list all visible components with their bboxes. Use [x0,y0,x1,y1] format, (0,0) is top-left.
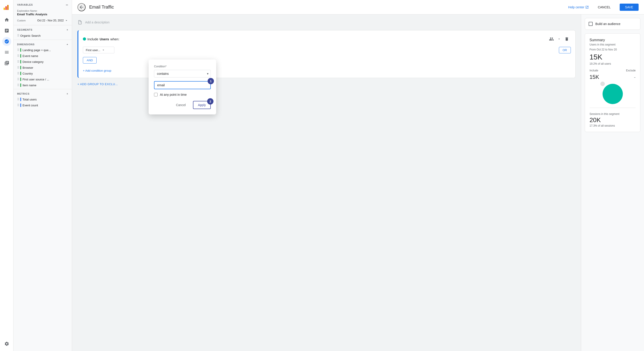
metrics-header: METRICS + [14,90,72,96]
drag-handle: ⠿ [17,48,19,52]
delete-condition-group-btn[interactable] [563,35,571,43]
include-users-strong: Users [100,37,109,41]
or-button[interactable]: OR [559,47,571,53]
save-button[interactable]: SAVE [620,4,638,11]
main-content: Email Traffic Help center CANCEL SAVE Ad… [72,0,644,351]
dim-color-indicator [20,60,21,64]
exploration-name-label: Exploration Name: [14,9,72,13]
add-dimension-btn[interactable]: + [67,43,68,46]
metric-label: Total users [22,98,37,101]
at-any-time-checkbox[interactable] [154,93,158,96]
drag-handle: ⠿ [17,66,19,69]
svg-rect-0 [4,8,5,10]
segment-builder: Add a description Include Users when: [72,15,581,351]
dimension-label: First user source / ... [22,78,49,81]
segment-item-label: Organic Search [20,34,40,37]
dimension-item-browser[interactable]: ⠿ Browser [14,65,72,71]
include-circle [602,84,623,104]
dimension-item-device-category[interactable]: ⠿ Device category [14,59,72,65]
popup-dialog: Condition* contains equals starts with e… [148,60,216,114]
date-range-row: Custom Oct 22 - Nov 20, 2022 [14,18,72,24]
filter-dimension-select[interactable]: First user... [83,47,114,53]
nav-item-home[interactable] [2,15,11,24]
condition-select[interactable]: contains equals starts with ends with [154,70,211,78]
nav-item-advertising[interactable] [2,48,11,57]
variables-title: Variables [17,4,33,6]
metric-item-event-count[interactable]: ⠿ Event count [14,102,72,108]
dim-color-indicator [20,48,21,52]
svg-rect-2 [7,5,8,10]
dim-color-indicator [20,54,21,58]
add-user-scope-btn[interactable] [548,35,556,43]
dimension-label: Item name [22,84,36,87]
nav-item-explore[interactable] [2,37,11,46]
exclude-label: Exclude [626,69,636,72]
sessions-count: 20K [590,117,636,124]
dimension-label: Country [22,72,33,75]
dimension-item-event-name[interactable]: ⠿ Event name [14,53,72,59]
metric-item-total-users[interactable]: ⠿ Total users [14,96,72,102]
add-metric-btn[interactable]: + [67,92,68,95]
condition-label: Condition* [154,65,211,68]
metric-color-indicator [20,103,21,107]
popup-cancel-button[interactable]: Cancel [171,101,190,109]
include-text-after: when: [110,37,119,41]
drag-handle: ⠿ [17,78,19,81]
nav-item-reports[interactable] [2,26,11,35]
include-value: 15K [590,74,599,80]
dimension-item-first-user-source[interactable]: ⠿ First user source / ... [14,76,72,82]
dimension-item-country[interactable]: ⠿ Country [14,71,72,76]
drag-handle: ⠿ [17,98,19,101]
popup-actions: Cancel Apply 2 [154,101,211,109]
date-range-value[interactable]: Oct 22 - Nov 20, 2022 [38,19,68,22]
popup-input-wrapper: 1 [154,81,211,89]
build-audience-label: Build an audience [595,22,620,26]
dimension-item-landing-page[interactable]: ⠿ Landing page + que... [14,47,72,53]
dimensions-title: DIMENSIONS [17,43,35,46]
sessions-divider [590,108,636,111]
nav-item-configure[interactable] [2,59,11,68]
dimension-label: Event name [22,54,38,58]
nav-rail [0,0,14,351]
include-label: Include Users when: [83,37,119,41]
condition-value-input[interactable] [154,81,211,89]
at-any-time-row: At any point in time [154,93,211,96]
page-title: Email Traffic [89,5,564,10]
metric-label: Event count [22,104,38,107]
step2-badge: 2 [207,98,214,105]
dimension-item-item-name[interactable]: ⠿ Item name [14,82,72,88]
help-center-link[interactable]: Help center [568,6,589,9]
build-audience-card[interactable]: Build an audience [585,18,640,30]
exclude-value: - [634,74,636,80]
users-percent: 19.2% of all users [590,62,636,65]
donut-chart [590,84,636,104]
popup-apply-button[interactable]: Apply 2 [193,101,211,109]
build-audience-checkbox[interactable] [588,22,593,26]
content-area: Add a description Include Users when: [72,15,644,351]
back-button[interactable] [78,3,86,11]
include-exclude-header: Include Exclude [590,69,636,72]
summary-card: Summary Users in this segment From Oct 2… [585,33,640,132]
description-row[interactable]: Add a description [78,20,576,25]
at-any-time-label: At any point in time [160,93,187,96]
condition-group-header: Include Users when: [83,35,571,43]
include-indicator [83,37,86,41]
dim-color-indicator [20,72,21,75]
segment-item[interactable]: ⠿ Organic Search [14,33,72,39]
dim-color-indicator [20,83,21,87]
collapse-sidebar-btn[interactable]: – [66,3,68,7]
exploration-name-value: Email Traffic Analysis [14,13,72,18]
variables-header: Variables – [14,0,72,9]
cancel-button[interactable]: CANCEL [592,4,616,11]
summary-title: Summary [590,38,636,42]
and-button[interactable]: AND [83,57,96,64]
step1-badge: 1 [208,78,214,84]
nav-item-settings[interactable] [2,339,11,348]
drag-handle: ⠿ [17,54,19,58]
include-label: Include [590,69,598,72]
date-range-label: Custom [17,19,26,22]
dimension-label: Device category [22,60,44,64]
sessions-percent: 17.3% of all sessions [590,124,636,127]
analytics-logo [2,3,11,12]
add-segment-btn[interactable]: + [67,28,68,31]
